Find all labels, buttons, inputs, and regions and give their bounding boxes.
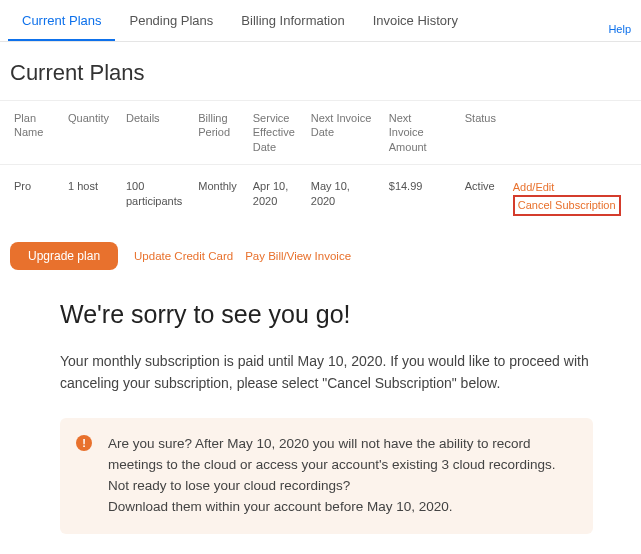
cancel-title: We're sorry to see you go! [60,300,593,329]
cancel-subscription-highlight: Cancel Subscription [513,195,621,216]
tab-invoice-history[interactable]: Invoice History [359,1,472,41]
cell-billing-period: Monthly [190,164,245,230]
cell-next-invoice-amount: $14.99 [381,164,457,230]
tab-billing-information[interactable]: Billing Information [227,1,358,41]
col-next-invoice-amount: Next Invoice Amount [381,101,457,165]
tab-current-plans[interactable]: Current Plans [8,1,115,41]
upgrade-plan-button[interactable]: Upgrade plan [10,242,118,270]
cell-quantity: 1 host [60,164,118,230]
update-credit-card-link[interactable]: Update Credit Card [134,250,233,262]
warning-text: Are you sure? After May 10, 2020 you wil… [108,434,577,518]
page-title: Current Plans [0,42,641,100]
cancel-description: Your monthly subscription is paid until … [60,351,593,394]
add-edit-link[interactable]: Add/Edit [513,179,633,196]
col-next-invoice-date: Next Invoice Date [303,101,381,165]
actions-row: Upgrade plan Update Credit Card Pay Bill… [0,230,641,290]
cancel-subscription-link[interactable]: Cancel Subscription [518,199,616,211]
col-actions [505,101,641,165]
col-plan-name: Plan Name [0,101,60,165]
cell-next-invoice-date: May 10, 2020 [303,164,381,230]
warning-icon: ! [76,435,92,451]
warning-box: ! Are you sure? After May 10, 2020 you w… [60,418,593,534]
cell-details: 100 participants [118,164,190,230]
col-quantity: Quantity [60,101,118,165]
cell-actions: Add/Edit Cancel Subscription [505,164,641,230]
cancel-panel: We're sorry to see you go! Your monthly … [0,290,641,554]
table-row: Pro 1 host 100 participants Monthly Apr … [0,164,641,230]
pay-bill-link[interactable]: Pay Bill/View Invoice [245,250,351,262]
col-billing-period: Billing Period [190,101,245,165]
tabs-bar: Current Plans Pending Plans Billing Info… [0,0,641,42]
cell-effective-date: Apr 10, 2020 [245,164,303,230]
plans-table: Plan Name Quantity Details Billing Perio… [0,100,641,230]
col-effective-date: Service Effective Date [245,101,303,165]
tab-pending-plans[interactable]: Pending Plans [115,1,227,41]
col-details: Details [118,101,190,165]
col-status: Status [457,101,505,165]
help-link[interactable]: Help [608,23,631,35]
cell-plan-name: Pro [0,164,60,230]
cell-status: Active [457,164,505,230]
